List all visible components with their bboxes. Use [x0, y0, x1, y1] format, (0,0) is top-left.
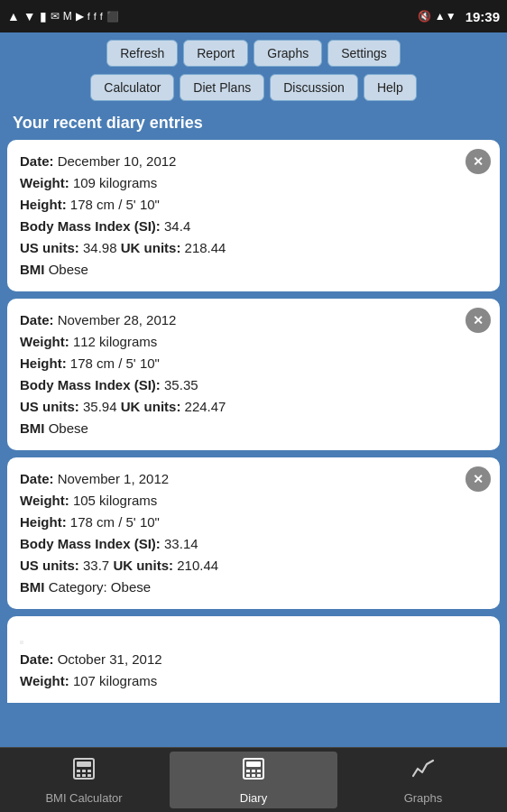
- entry-3-bmi-category: BMI Category: Obese: [20, 577, 487, 598]
- signal-icon: ▲: [7, 9, 20, 23]
- entry-3-units: US units: 33.7 UK units: 210.44: [20, 555, 487, 577]
- mute-icon: 🔇: [418, 10, 431, 23]
- settings-button[interactable]: Settings: [327, 40, 401, 67]
- entry-4-date: Date: October 31, 2012: [20, 649, 487, 670]
- svg-rect-7: [88, 774, 91, 777]
- entry-2-weight: Weight: 112 kilograms: [20, 331, 487, 353]
- status-bar: ▲ ▼ ▮ ✉ M ▶ f f f ⬛ 🔇 ▲▼ 19:39: [0, 0, 507, 32]
- entry-2-height: Height: 178 cm / 5' 10": [20, 353, 487, 374]
- play-icon: ▶: [76, 10, 84, 23]
- gmail-icon: M: [63, 10, 72, 23]
- graphs-button[interactable]: Graphs: [254, 40, 322, 67]
- svg-rect-12: [257, 770, 261, 772]
- delete-entry-3-button[interactable]: [466, 466, 491, 492]
- entry-1-units: US units: 34.98 UK units: 218.44: [20, 237, 487, 259]
- tab-graphs-label: Graphs: [404, 791, 443, 805]
- tab-diary[interactable]: Diary: [170, 752, 337, 808]
- tab-bmi-calculator-label: BMI Calculator: [45, 791, 122, 805]
- entry-1-bmi-si: Body Mass Index (SI): 34.4: [20, 216, 487, 237]
- entry-4-weight: Weight: 107 kilograms: [20, 670, 487, 692]
- help-button[interactable]: Help: [364, 74, 417, 101]
- entry-1-date: Date: December 10, 2012: [20, 151, 487, 172]
- section-title: Your recent diary entries: [0, 108, 507, 140]
- delete-entry-1-button[interactable]: [466, 149, 491, 174]
- report-button[interactable]: Report: [183, 40, 248, 67]
- entry-2-bmi-si: Body Mass Index (SI): 35.35: [20, 374, 487, 396]
- facebook2-icon: f: [94, 11, 97, 22]
- wifi-icon: ▼: [23, 9, 36, 23]
- svg-rect-5: [77, 774, 80, 777]
- clock: 19:39: [466, 9, 500, 24]
- entry-1-bmi-category: BMI Obese: [20, 259, 487, 281]
- diary-entry-3: Date: November 1, 2012 Weight: 105 kilog…: [7, 457, 500, 609]
- entry-1-height: Height: 178 cm / 5' 10": [20, 194, 487, 216]
- tab-graphs[interactable]: Graphs: [339, 748, 507, 812]
- svg-rect-6: [82, 774, 86, 777]
- diet-plans-button[interactable]: Diet Plans: [180, 74, 264, 101]
- entry-2-units: US units: 35.94 UK units: 224.47: [20, 396, 487, 418]
- tab-bmi-calculator[interactable]: BMI Calculator: [0, 748, 168, 812]
- diary-icon: [241, 756, 266, 788]
- top-nav: Refresh Report Graphs Settings: [0, 32, 507, 70]
- svg-rect-9: [246, 761, 261, 767]
- entry-1-weight: Weight: 109 kilograms: [20, 172, 487, 194]
- entry-3-bmi-si: Body Mass Index (SI): 33.14: [20, 533, 487, 555]
- entry-3-height: Height: 178 cm / 5' 10": [20, 512, 487, 533]
- diary-entry-1: Date: December 10, 2012 Weight: 109 kilo…: [7, 140, 500, 291]
- delete-entry-2-button[interactable]: [466, 308, 491, 333]
- graphs-tab-icon: [410, 756, 436, 788]
- diary-scroll: Date: December 10, 2012 Weight: 109 kilo…: [0, 140, 507, 747]
- svg-rect-11: [252, 770, 255, 772]
- status-icons-left: ▲ ▼ ▮ ✉ M ▶ f f f ⬛: [7, 9, 119, 23]
- tab-diary-label: Diary: [240, 791, 267, 805]
- svg-rect-15: [257, 774, 261, 777]
- entry-3-weight: Weight: 105 kilograms: [20, 490, 487, 512]
- network-icon: ▲▼: [435, 10, 456, 23]
- battery-icon: ▮: [40, 9, 47, 23]
- entry-2-bmi-category: BMI Obese: [20, 418, 487, 439]
- facebook3-icon: f: [100, 11, 103, 22]
- second-nav: Calculator Diet Plans Discussion Help: [0, 70, 507, 108]
- facebook-icon: f: [88, 11, 90, 22]
- diary-entry-4: Date: October 31, 2012 Weight: 107 kilog…: [7, 616, 500, 703]
- calculator-icon: [71, 756, 97, 788]
- svg-rect-13: [246, 774, 250, 777]
- entry-2-date: Date: November 28, 2012: [20, 309, 487, 331]
- entry-3-date: Date: November 1, 2012: [20, 468, 487, 490]
- discussion-button[interactable]: Discussion: [270, 74, 358, 101]
- svg-rect-4: [88, 770, 91, 772]
- refresh-button[interactable]: Refresh: [106, 40, 178, 67]
- delete-entry-4-button[interactable]: [20, 641, 23, 644]
- calculator-button[interactable]: Calculator: [90, 74, 174, 101]
- status-right: 🔇 ▲▼ 19:39: [418, 9, 500, 24]
- svg-rect-1: [77, 761, 91, 767]
- svg-rect-10: [246, 770, 250, 772]
- tab-bar: BMI Calculator Diary Graphs: [0, 747, 507, 812]
- diary-entry-2: Date: November 28, 2012 Weight: 112 kilo…: [7, 299, 500, 450]
- notification-icon: ✉: [51, 10, 60, 23]
- svg-rect-2: [77, 770, 80, 772]
- download-icon: ⬛: [106, 11, 119, 23]
- svg-rect-3: [82, 770, 86, 772]
- svg-rect-14: [252, 774, 255, 777]
